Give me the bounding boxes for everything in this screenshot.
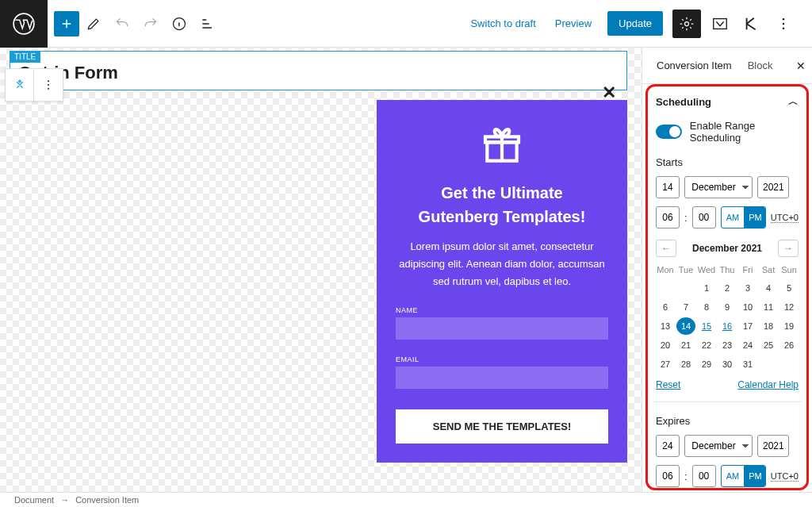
expires-min-input[interactable]: [692, 465, 716, 487]
breadcrumb-root[interactable]: Document: [14, 495, 54, 505]
cal-prev-button[interactable]: ←: [656, 240, 676, 257]
svg-point-7: [48, 80, 49, 82]
title-badge: TITLE: [10, 51, 40, 63]
expires-ampm-group[interactable]: AM PM: [721, 465, 766, 487]
block-options-button[interactable]: [34, 69, 63, 101]
cal-day[interactable]: 9: [718, 298, 737, 316]
cal-day[interactable]: 15: [697, 317, 716, 335]
toggle-label: Enable Range Scheduling: [690, 120, 799, 144]
cal-day[interactable]: 1: [697, 279, 716, 297]
more-menu-button[interactable]: [769, 10, 798, 38]
optin-description[interactable]: Lorem ipsum dolor sit amet, consectetur …: [396, 238, 608, 290]
collapse-icon[interactable]: ︿: [788, 94, 799, 109]
cal-day[interactable]: 3: [738, 279, 757, 297]
kadence-icon: [743, 15, 760, 33]
expires-day-input[interactable]: [656, 435, 680, 457]
redo-icon: [143, 16, 159, 32]
cal-day[interactable]: 25: [759, 336, 778, 354]
tab-conversion-item[interactable]: Conversion Item: [649, 48, 740, 83]
expires-month-select[interactable]: December: [684, 435, 753, 457]
page-title[interactable]: Opt-in Form: [18, 63, 619, 83]
cal-day[interactable]: 31: [738, 355, 757, 373]
expires-am-button[interactable]: AM: [722, 466, 745, 486]
kadence-button[interactable]: [737, 10, 766, 38]
cal-day[interactable]: 29: [697, 355, 716, 373]
optin-heading[interactable]: Get the UltimateGutenberg Templates!: [396, 181, 608, 229]
cal-day[interactable]: 11: [759, 298, 778, 316]
starts-month-select[interactable]: December: [684, 176, 753, 198]
preview-button[interactable]: Preview: [546, 11, 601, 36]
styles-button[interactable]: [706, 10, 734, 38]
cal-next-button[interactable]: →: [778, 240, 799, 257]
cal-day[interactable]: 8: [697, 298, 716, 316]
expires-year-input[interactable]: [757, 435, 789, 457]
cal-day[interactable]: 13: [656, 317, 675, 335]
tab-block[interactable]: Block: [740, 48, 781, 83]
cal-day[interactable]: 14: [676, 317, 695, 335]
submit-button[interactable]: SEND ME THE TEMPLATES!: [396, 409, 608, 444]
cal-day[interactable]: 4: [759, 279, 778, 297]
starts-min-input[interactable]: [692, 206, 716, 229]
breadcrumb-leaf[interactable]: Conversion Item: [75, 495, 139, 505]
drag-handle[interactable]: [6, 69, 34, 101]
cal-day[interactable]: 12: [779, 298, 799, 316]
outline-button[interactable]: [193, 5, 222, 43]
starts-day-input[interactable]: [656, 176, 680, 198]
switch-to-draft-button[interactable]: Switch to draft: [461, 11, 545, 36]
cal-day[interactable]: 7: [676, 298, 695, 316]
undo-icon: [114, 16, 130, 32]
close-sidebar-button[interactable]: ✕: [796, 60, 806, 72]
optin-form-block[interactable]: Get the UltimateGutenberg Templates! Lor…: [377, 100, 627, 463]
timezone-label: UTC+0: [771, 471, 799, 482]
cal-day[interactable]: 16: [718, 317, 737, 335]
starts-hour-input[interactable]: [656, 206, 680, 229]
cal-day[interactable]: 20: [656, 336, 675, 354]
scheduling-panel: Scheduling ︿ Enable Range Scheduling Sta…: [645, 84, 809, 490]
starts-am-button[interactable]: AM: [722, 207, 745, 228]
email-input[interactable]: [396, 367, 608, 389]
wordpress-logo[interactable]: [0, 0, 48, 48]
starts-ampm-group[interactable]: AM PM: [721, 206, 766, 229]
edit-tool-button[interactable]: [79, 5, 108, 43]
cal-day[interactable]: 23: [718, 336, 737, 354]
undo-button[interactable]: [108, 5, 136, 43]
title-block[interactable]: TITLE Opt-in Form: [10, 51, 627, 90]
cal-reset-button[interactable]: Reset: [656, 379, 680, 390]
svg-point-9: [48, 88, 49, 90]
cal-day[interactable]: 2: [718, 279, 737, 297]
redo-button[interactable]: [136, 5, 165, 43]
cal-day[interactable]: 6: [656, 298, 675, 316]
settings-button[interactable]: [672, 10, 701, 38]
range-scheduling-toggle[interactable]: [656, 125, 682, 139]
close-popup-button[interactable]: ✕: [602, 83, 616, 103]
info-button[interactable]: [165, 5, 193, 43]
starts-pm-button[interactable]: PM: [744, 207, 766, 228]
cal-day[interactable]: 5: [779, 279, 799, 297]
expires-pm-button[interactable]: PM: [744, 466, 766, 486]
cal-day[interactable]: 18: [759, 317, 778, 335]
starts-year-input[interactable]: [757, 176, 789, 198]
update-button[interactable]: Update: [607, 11, 663, 36]
breadcrumb: Document → Conversion Item: [0, 492, 812, 507]
cal-day[interactable]: 19: [779, 317, 799, 335]
move-icon: [13, 78, 27, 92]
cal-title: December 2021: [692, 243, 762, 254]
cal-help-link[interactable]: Calendar Help: [737, 379, 799, 390]
cal-day[interactable]: 30: [718, 355, 737, 373]
cal-day[interactable]: 28: [676, 355, 695, 373]
cal-day[interactable]: 21: [676, 336, 695, 354]
list-icon: [200, 16, 216, 32]
svg-point-8: [48, 84, 49, 86]
cal-weekday: Mon: [656, 262, 675, 278]
svg-point-4: [783, 17, 785, 20]
name-input[interactable]: [396, 317, 608, 340]
cal-day[interactable]: 10: [738, 298, 757, 316]
cal-day[interactable]: 27: [656, 355, 675, 373]
cal-day[interactable]: 26: [779, 336, 799, 354]
cal-day[interactable]: 22: [697, 336, 716, 354]
cal-day[interactable]: 17: [738, 317, 757, 335]
expires-hour-input[interactable]: [656, 465, 680, 487]
svg-point-6: [783, 27, 785, 29]
add-block-button[interactable]: [54, 11, 79, 36]
cal-day[interactable]: 24: [738, 336, 757, 354]
